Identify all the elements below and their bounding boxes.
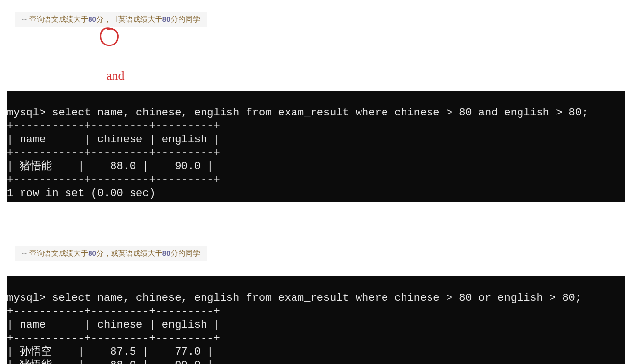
term2-header: | name | chinese | english | <box>7 319 220 331</box>
term2-prompt: mysql> select name, chinese, english fro… <box>7 292 582 304</box>
annotation-and-label: and <box>106 68 125 83</box>
term2-border1: +-----------+---------+---------+ <box>7 305 220 318</box>
sql-comment-2: -- 查询语文成绩大于80分，或英语成绩大于80分的同学 <box>15 246 207 261</box>
term2-border2: +-----------+---------+---------+ <box>7 332 220 344</box>
comment2-num-2: 80 <box>162 249 171 257</box>
comment-text-mid: 分，且英语成绩大于 <box>96 15 162 23</box>
comment-num-1: 80 <box>88 15 96 23</box>
term1-prompt: mysql> select name, chinese, english fro… <box>7 107 588 119</box>
comment2-text-mid: 分，或英语成绩大于 <box>96 249 162 257</box>
hand-drawn-circle <box>97 25 121 50</box>
term2-row-0: | 孙悟空 | 87.5 | 77.0 | <box>7 346 213 358</box>
comment-dash: -- <box>22 15 27 23</box>
terminal-output-2: mysql> select name, chinese, english fro… <box>7 276 625 364</box>
terminal-output-1: mysql> select name, chinese, english fro… <box>7 91 625 202</box>
sql-comment-1: -- 查询语文成绩大于80分，且英语成绩大于80分的同学 <box>15 12 207 27</box>
term1-border2: +-----------+---------+---------+ <box>7 147 220 159</box>
term1-border3: +-----------+---------+---------+ <box>7 174 220 186</box>
comment2-text-end: 分的同学 <box>171 249 200 257</box>
comment2-num-1: 80 <box>88 249 96 257</box>
comment-num-2: 80 <box>162 15 171 23</box>
term1-footer: 1 row in set (0.00 sec) <box>7 187 156 200</box>
comment-text-pre: 查询语文成绩大于 <box>27 15 88 23</box>
term1-border1: +-----------+---------+---------+ <box>7 120 220 132</box>
comment-text-end: 分的同学 <box>171 15 200 23</box>
comment-dash-2: -- <box>22 249 27 257</box>
term1-header: | name | chinese | english | <box>7 134 220 146</box>
term2-row-1: | 猪悟能 | 88.0 | 90.0 | <box>7 359 213 364</box>
comment2-text-pre: 查询语文成绩大于 <box>27 249 88 257</box>
annotation-area: and <box>0 27 632 91</box>
term1-row-0: | 猪悟能 | 88.0 | 90.0 | <box>7 160 213 173</box>
